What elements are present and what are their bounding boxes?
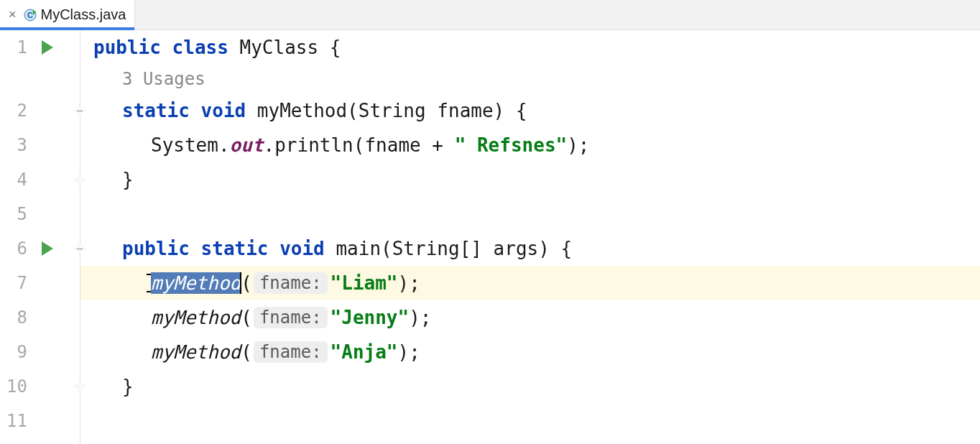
string-literal: " Refsnes" [455,134,568,156]
line-number: 11 [0,411,32,431]
selected-text: myMethod [151,272,241,294]
editor[interactable]: 1 2 3 4 5 6 7 8 9 [0,30,980,444]
keyword: void [201,100,246,121]
keyword: public [93,37,161,58]
gutter-line: 11 [0,404,80,438]
code-line[interactable]: System.out.println(fname + " Refsnes"); [80,128,980,162]
code-line[interactable]: public static void main(String[] args) { [80,231,980,266]
code-line[interactable]: } [80,369,980,404]
run-icon[interactable] [42,241,53,256]
keyword: public [122,238,190,259]
close-icon[interactable]: × [9,8,19,22]
parameter-hint: fname: [254,341,328,363]
parameter-hint: fname: [254,272,328,294]
string-literal: "Jenny" [330,307,410,328]
line-number: 1 [0,37,32,57]
tab-filename: MyClass.java [41,6,126,23]
usages-hint[interactable]: 3 Usages [80,65,980,93]
line-number: 3 [0,135,32,155]
gutter-line: 3 [0,128,80,162]
line-number: 4 [0,170,32,190]
gutter-line: 2 [0,93,80,128]
code-line[interactable]: static void myMethod(String fname) { [80,93,980,128]
method-call: myMethod [151,307,241,328]
method-call: myMethod [151,341,241,363]
java-class-icon: C [24,9,37,22]
parameter-hint: fname: [254,307,328,328]
code-line[interactable] [80,404,980,438]
code-line[interactable] [80,197,980,231]
code-line-active[interactable]: myMethod(fname:"Liam"); [80,266,980,300]
gutter-line: 6 [0,231,80,266]
line-number: 9 [0,342,32,362]
keyword: static [201,238,269,259]
code-area[interactable]: public class MyClass { 3 Usages static v… [80,30,980,444]
gutter-line: 7 [0,266,80,300]
gutter-line: 10 [0,369,80,404]
line-number: 8 [0,307,32,328]
class-name: MyClass [240,37,319,58]
code-line[interactable]: } [80,162,980,197]
run-icon[interactable] [42,40,53,55]
gutter-hint-spacer [0,65,80,93]
keyword: void [279,238,325,259]
line-number: 5 [0,204,32,224]
line-number: 10 [0,376,32,397]
line-number: 6 [0,239,32,259]
gutter-line: 5 [0,197,80,231]
gutter-line: 8 [0,300,80,335]
gutter-line: 4 [0,162,80,197]
keyword: static [122,100,190,121]
keyword: class [172,37,228,58]
line-number: 7 [0,273,32,293]
gutter: 1 2 3 4 5 6 7 8 9 [0,30,80,444]
file-tab[interactable]: × C MyClass.java [0,0,135,29]
method-name: main [336,238,381,259]
gutter-line: 1 [0,30,80,65]
code-line[interactable]: myMethod(fname:"Jenny"); [80,300,980,335]
method-name: myMethod [257,100,347,121]
code-line[interactable]: public class MyClass { [80,30,980,65]
svg-text:C: C [27,11,33,19]
code-line[interactable]: myMethod(fname:"Anja"); [80,335,980,369]
gutter-line: 9 [0,335,80,369]
string-literal: "Liam" [330,272,398,294]
line-number: 2 [0,101,32,121]
field-ref: out [230,134,264,156]
tab-bar: × C MyClass.java [0,0,980,30]
string-literal: "Anja" [330,341,398,363]
